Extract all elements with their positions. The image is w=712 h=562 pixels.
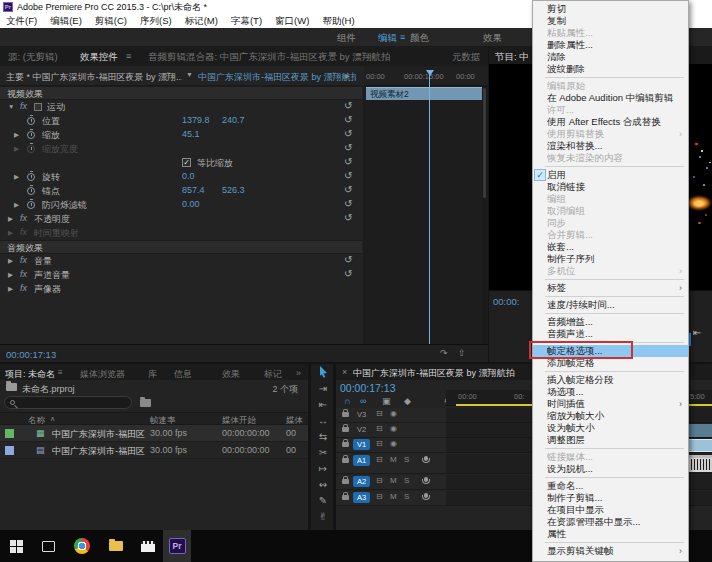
reset-parameter-icon[interactable]: ↺ — [344, 254, 352, 265]
menu-item-在资源管理器中显示...[interactable]: 在资源管理器中显示... — [533, 516, 688, 528]
effect-name[interactable]: 声像器 — [34, 283, 61, 296]
mini-timeline-playhead[interactable] — [429, 70, 430, 344]
expand-icon[interactable]: ▶ — [8, 257, 13, 265]
expand-icon[interactable]: ▶ — [14, 201, 19, 209]
menu-item-设为帧大小[interactable]: 设为帧大小 — [533, 422, 688, 434]
menu-item-删除属性...[interactable]: 删除属性... — [533, 39, 688, 51]
effect-row-声道音量[interactable]: ▶fx声道音量↺ — [0, 268, 362, 282]
sort-ascending-icon[interactable]: ∧ — [50, 415, 55, 423]
goto-in-point-icon[interactable]: ⇤ — [693, 327, 701, 338]
timeline-timecode[interactable]: 00:00:17:13 — [340, 382, 395, 394]
menu-item-标签[interactable]: 标签› — [533, 282, 688, 294]
toggle-timeline-view-icon[interactable]: ▶ — [345, 72, 350, 79]
menu-item-调整图层[interactable]: 调整图层 — [533, 434, 688, 446]
project-item-row[interactable]: ▦中国广东深圳市-福田区30.00 fps00:00:00:0000 — [0, 425, 308, 442]
menu-item-音频增益...[interactable]: 音频增益... — [533, 316, 688, 328]
menubar-item-剪辑(C)[interactable]: 剪辑(C) — [95, 15, 127, 28]
menu-item-剪切[interactable]: 剪切 — [533, 3, 688, 15]
track-badge-A1[interactable]: A1 — [353, 455, 370, 466]
effect-controls-mini-timeline[interactable] — [363, 86, 488, 344]
menu-item-制作子剪辑...[interactable]: 制作子剪辑... — [533, 492, 688, 504]
param-value-2[interactable]: 526.3 — [222, 185, 245, 195]
menubar-item-字幕(T)[interactable]: 字幕(T) — [231, 15, 262, 28]
track-badge-V2[interactable]: V2 — [353, 424, 370, 435]
ripple-edit-tool[interactable]: ↔ — [311, 412, 335, 428]
track-badge-V1[interactable]: V1 — [353, 439, 370, 450]
track-select-forward-tool[interactable]: ⇥ — [311, 380, 335, 396]
menubar-item-编辑(E)[interactable]: 编辑(E) — [50, 15, 82, 28]
effect-row-运动[interactable]: ▼fx运动↺ — [0, 100, 362, 114]
workspace-tab-0[interactable]: 组件 — [337, 32, 356, 45]
effect-name[interactable]: 不透明度 — [34, 213, 70, 226]
expand-icon[interactable]: ▶ — [8, 285, 13, 293]
sync-lock-icon[interactable]: ⊟ — [376, 476, 383, 485]
menu-item-粘贴属性...[interactable]: 粘贴属性... — [533, 27, 688, 39]
chevron-down-icon[interactable]: ▼ — [186, 71, 193, 78]
menubar-item-序列(S)[interactable]: 序列(S) — [140, 15, 172, 28]
workspace-tab-3[interactable]: 效果 — [483, 32, 502, 45]
video-app-taskbar-button[interactable] — [136, 530, 160, 562]
menu-item-使用剪辑替换[interactable]: 使用剪辑替换› — [533, 128, 688, 140]
sync-lock-icon[interactable]: ⊟ — [376, 492, 383, 501]
reset-parameter-icon[interactable]: ↺ — [344, 212, 352, 223]
menu-item-取消编组[interactable]: 取消编组 — [533, 205, 688, 217]
hand-tool[interactable]: ✌ — [311, 508, 335, 524]
solo-toggle[interactable]: S — [404, 476, 409, 485]
param-value[interactable]: 857.4 — [182, 185, 205, 195]
menu-item-在项目中显示[interactable]: 在项目中显示 — [533, 504, 688, 516]
track-lock-icon[interactable] — [342, 442, 349, 447]
reset-parameter-icon[interactable]: ↺ — [344, 114, 352, 125]
effect-controls-tab-1[interactable]: 效果控件 — [80, 51, 118, 64]
slip-tool[interactable]: ↦ — [311, 460, 335, 476]
stopwatch-icon[interactable] — [27, 187, 35, 195]
razor-tool[interactable]: ✂ — [311, 444, 335, 460]
search-input[interactable] — [4, 396, 132, 409]
effect-controls-timecode[interactable]: 00:00:17:13 — [6, 349, 56, 360]
menu-item-速度/持续时间...[interactable]: 速度/持续时间... — [533, 299, 688, 311]
stopwatch-icon[interactable] — [27, 117, 35, 125]
menu-item-插入帧定格分段[interactable]: 插入帧定格分段 — [533, 374, 688, 386]
reset-parameter-icon[interactable]: ↺ — [344, 198, 352, 209]
effect-row-等比缩放[interactable]: ✓等比缩放↺ — [0, 156, 362, 170]
voiceover-mic-icon[interactable] — [424, 493, 428, 498]
checkbox[interactable]: ✓ — [182, 158, 191, 167]
effect-row-缩放[interactable]: ▶缩放45.1↺ — [0, 128, 362, 142]
reset-parameter-icon[interactable]: ↺ — [344, 100, 352, 111]
menu-item-波纹删除[interactable]: 波纹删除 — [533, 63, 688, 75]
menu-item-链接媒体...[interactable]: 链接媒体... — [533, 451, 688, 463]
stopwatch-icon[interactable] — [27, 201, 35, 209]
collapse-icon[interactable]: ▼ — [8, 103, 14, 110]
effect-row-缩放宽度[interactable]: ▶缩放宽度↺ — [0, 142, 362, 156]
menu-item-制作子序列[interactable]: 制作子序列 — [533, 253, 688, 265]
menu-item-恢复未渲染的内容[interactable]: 恢复未渲染的内容 — [533, 152, 688, 164]
menubar-item-文件(F)[interactable]: 文件(F) — [6, 15, 37, 28]
effect-row-声像器[interactable]: ▶fx声像器 — [0, 282, 362, 296]
menu-item-场选项...[interactable]: 场选项... — [533, 386, 688, 398]
menubar-item-窗口(W)[interactable]: 窗口(W) — [275, 15, 309, 28]
reset-parameter-icon[interactable]: ↺ — [344, 170, 352, 181]
workspace-tab-2[interactable]: 颜色 — [410, 32, 429, 45]
effect-row-位置[interactable]: 位置1379.8240.7↺ — [0, 114, 362, 128]
menu-item-缩放为帧大小[interactable]: 缩放为帧大小 — [533, 410, 688, 422]
solo-toggle[interactable]: S — [404, 492, 409, 501]
track-output-icon[interactable]: ◉ — [390, 424, 397, 433]
track-lock-icon[interactable] — [342, 479, 349, 484]
mute-toggle[interactable]: M — [390, 492, 397, 501]
snap-toggle[interactable]: ∩ — [344, 396, 350, 406]
param-value[interactable]: 0.0 — [182, 171, 195, 181]
mute-toggle[interactable]: M — [390, 455, 397, 464]
track-lock-icon[interactable] — [342, 427, 349, 432]
reset-parameter-icon[interactable]: ↺ — [344, 128, 352, 139]
expand-icon[interactable]: ▶ — [8, 215, 13, 223]
reset-parameter-icon[interactable]: ↺ — [344, 142, 352, 153]
nest-insert-toggle[interactable]: ▣ — [382, 396, 391, 406]
menu-item-在 Adobe Audition 中编辑剪辑[interactable]: 在 Adobe Audition 中编辑剪辑 — [533, 92, 688, 104]
menu-item-取消链接[interactable]: 取消链接 — [533, 181, 688, 193]
track-select-backward-tool[interactable]: ⇤ — [311, 396, 335, 412]
expand-icon[interactable]: ▶ — [8, 271, 13, 279]
track-badge-V3[interactable]: V3 — [353, 409, 370, 420]
label-color-swatch[interactable] — [5, 429, 14, 438]
mini-timeline-clip-bar[interactable]: 视频素材2 — [366, 87, 482, 100]
effect-name[interactable]: 运动 — [47, 101, 65, 114]
selection-tool[interactable] — [311, 364, 335, 380]
